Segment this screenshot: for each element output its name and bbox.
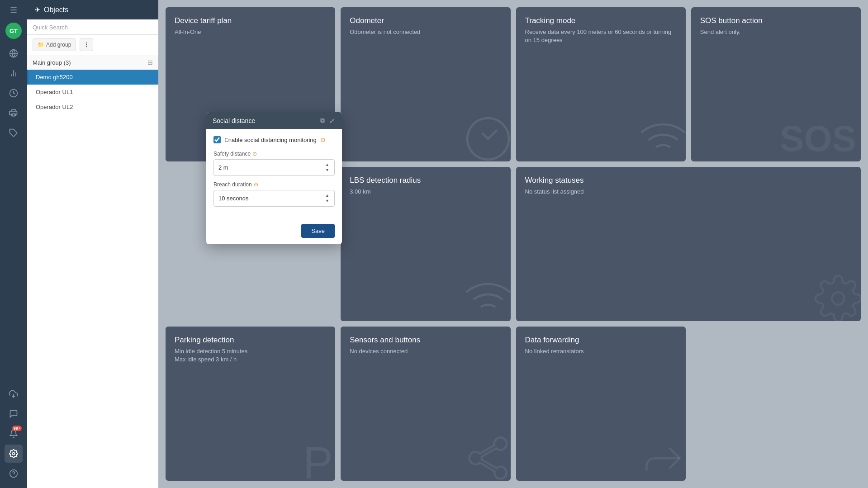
svg-point-15 — [86, 44, 87, 45]
modal-copy-button[interactable]: ⧉ — [319, 117, 326, 124]
breach-duration-up[interactable]: ▲ — [325, 193, 330, 198]
icon-sidebar: ☰ GT 99+ — [0, 0, 27, 488]
safety-distance-label: Safety distance ⊙ — [213, 151, 335, 157]
objects-panel: ✈ Objects Quick Search 📁 Add group Main … — [27, 0, 158, 488]
nav-chat[interactable] — [5, 405, 23, 423]
card-odometer[interactable]: Odometer Odometer is not connected — [341, 7, 510, 161]
svg-point-19 — [467, 118, 509, 160]
card-sensors[interactable]: Sensors and buttons No devices connected — [341, 327, 510, 481]
actions-row: 📁 Add group — [27, 35, 158, 55]
object-item-operador1[interactable]: Operador UL1 — [27, 85, 158, 99]
enable-checkbox-label: Enable social distancing monitoring — [224, 137, 317, 143]
main-content: Device tariff plan All-In-One Odometer O… — [158, 0, 868, 488]
sensors-bg-icon — [463, 433, 511, 481]
working-statuses-bg-icon — [813, 274, 861, 321]
modal-actions: ⧉ ⤢ — [319, 117, 336, 124]
device-tariff-title: Device tariff plan — [175, 16, 326, 25]
modal-footer: Save — [206, 219, 342, 244]
breach-duration-help-icon[interactable]: ⊙ — [254, 181, 258, 188]
enable-social-distance-checkbox[interactable] — [213, 136, 221, 143]
svg-point-22 — [832, 292, 844, 305]
modal-header: Social distance ⧉ ⤢ — [206, 112, 342, 129]
panel-header: ✈ Objects — [27, 0, 158, 19]
sos-subtitle: Send alert only. — [700, 28, 852, 36]
data-forwarding-subtitle: No linked retranslators — [525, 347, 677, 355]
safety-distance-input[interactable]: 2 m ▲ ▼ — [213, 159, 335, 176]
breach-duration-spinners: ▲ ▼ — [325, 193, 330, 204]
save-button[interactable]: Save — [301, 224, 335, 238]
main-group-label: Main group (3) — [33, 59, 71, 66]
lbs-subtitle: 3.00 km — [350, 188, 501, 196]
breach-duration-label: Breach duration ⊙ — [213, 181, 335, 188]
svg-point-14 — [86, 43, 87, 43]
tracking-mode-subtitle: Receive data every 100 meters or 60 seco… — [525, 28, 677, 44]
data-forwarding-bg-icon — [638, 433, 686, 481]
nav-car[interactable] — [5, 104, 23, 122]
svg-point-16 — [86, 47, 87, 47]
working-statuses-subtitle: No status list assigned — [525, 188, 852, 196]
nav-import[interactable] — [5, 385, 23, 403]
object-item-operador2[interactable]: Operador UL2 — [27, 99, 158, 114]
tracking-mode-title: Tracking mode — [525, 16, 677, 25]
parking-title: Parking detection — [175, 336, 326, 345]
card-lbs[interactable]: LBS detection radius 3.00 km — [341, 167, 510, 321]
objects-arrow-icon: ✈ — [34, 5, 40, 14]
avatar[interactable]: GT — [5, 23, 22, 39]
toggle-icon-button[interactable] — [80, 38, 93, 51]
odometer-title: Odometer — [350, 16, 501, 25]
sensors-subtitle: No devices connected — [350, 347, 501, 355]
modal-title: Social distance — [213, 117, 255, 124]
device-tariff-subtitle: All-In-One — [175, 28, 326, 36]
breach-duration-input[interactable]: 10 seconds ▲ ▼ — [213, 190, 335, 207]
safety-distance-value: 2 m — [218, 164, 228, 171]
card-working[interactable]: Working statuses No status list assigned — [516, 167, 861, 321]
tracking-mode-bg-icon — [638, 114, 686, 161]
card-data-forwarding[interactable]: Data forwarding No linked retranslators — [516, 327, 686, 481]
search-bar[interactable]: Quick Search — [27, 19, 158, 35]
nav-settings[interactable] — [5, 445, 23, 463]
objects-panel-title: Objects — [44, 6, 68, 14]
nav-bell[interactable]: 99+ — [5, 425, 23, 443]
svg-point-11 — [13, 453, 15, 455]
enable-checkbox-row: Enable social distancing monitoring ⊙ — [213, 136, 335, 143]
breach-duration-value: 10 seconds — [218, 195, 249, 202]
safety-distance-down[interactable]: ▼ — [325, 168, 330, 173]
card-sos[interactable]: SOS button action Send alert only. SOS — [691, 7, 861, 161]
object-item-demo[interactable]: Demo gh5200 — [27, 70, 158, 85]
lbs-bg-icon — [463, 274, 511, 321]
social-distance-modal: Social distance ⧉ ⤢ Enable social distan… — [206, 112, 342, 244]
nav-clock[interactable] — [5, 84, 23, 102]
enable-help-icon[interactable]: ⊙ — [320, 136, 326, 143]
sensors-title: Sensors and buttons — [350, 336, 501, 345]
parking-subtitle: Min idle detection 5 minutes Max idle sp… — [175, 347, 326, 364]
odometer-bg-icon — [463, 114, 511, 161]
sos-bg-icon: SOS — [780, 121, 856, 157]
safety-distance-spinners: ▲ ▼ — [325, 162, 330, 173]
safety-distance-help-icon[interactable]: ⊙ — [252, 151, 257, 157]
odometer-subtitle: Odometer is not connected — [350, 28, 501, 36]
parking-bg-icon: P — [303, 440, 333, 481]
hamburger-icon[interactable]: ☰ — [10, 5, 17, 15]
main-group-header[interactable]: Main group (3) ⊟ — [27, 55, 158, 70]
breach-duration-down[interactable]: ▼ — [325, 199, 330, 204]
modal-expand-button[interactable]: ⤢ — [328, 117, 336, 124]
modal-body: Enable social distancing monitoring ⊙ Sa… — [206, 129, 342, 219]
working-statuses-title: Working statuses — [525, 176, 852, 185]
data-forwarding-title: Data forwarding — [525, 336, 677, 345]
card-tracking-mode[interactable]: Tracking mode Receive data every 100 met… — [516, 7, 686, 161]
lbs-title: LBS detection radius — [350, 176, 501, 185]
add-group-button[interactable]: 📁 Add group — [33, 38, 76, 51]
sos-title: SOS button action — [700, 16, 852, 25]
notification-badge: 99+ — [12, 426, 22, 431]
filter-icon[interactable]: ⊟ — [147, 59, 153, 66]
nav-chart[interactable] — [5, 64, 23, 82]
nav-globe[interactable] — [5, 44, 23, 62]
card-parking[interactable]: Parking detection Min idle detection 5 m… — [166, 327, 335, 481]
safety-distance-up[interactable]: ▲ — [325, 162, 330, 167]
nav-help[interactable] — [5, 464, 23, 483]
nav-puzzle[interactable] — [5, 124, 23, 142]
folder-icon: 📁 — [38, 42, 44, 48]
